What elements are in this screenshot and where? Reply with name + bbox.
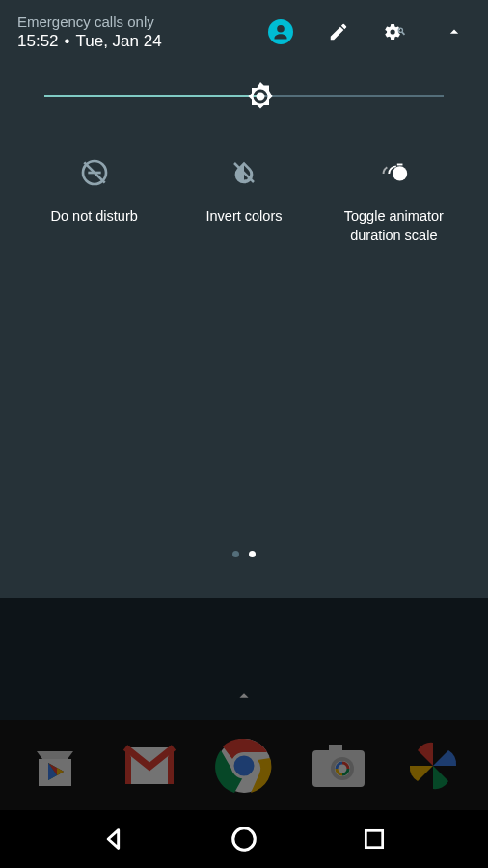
tile-label: Do not disturb (51, 207, 138, 227)
svg-rect-9 (397, 164, 403, 166)
tile-toggle-animator[interactable]: 1 Toggle animator duration scale (321, 155, 466, 245)
svg-text:1: 1 (397, 169, 402, 179)
dock (0, 720, 488, 810)
home-button[interactable] (228, 823, 260, 855)
user-icon[interactable] (268, 19, 293, 44)
page-indicator (232, 551, 256, 557)
photos-icon[interactable] (403, 736, 463, 796)
navigation-bar (0, 810, 488, 868)
tile-label: Invert colors (205, 207, 282, 227)
svg-point-19 (233, 828, 256, 851)
chrome-icon[interactable] (214, 736, 274, 796)
svg-line-5 (84, 162, 104, 182)
page-dot[interactable] (249, 551, 256, 557)
clock-date-row[interactable]: 15:52 • Tue, Jan 24 (17, 32, 162, 51)
status-right (268, 19, 471, 44)
app-drawer-handle-icon[interactable] (233, 686, 255, 711)
play-store-icon[interactable] (25, 736, 85, 796)
svg-rect-16 (329, 745, 342, 752)
tile-do-not-disturb[interactable]: Do not disturb (22, 155, 167, 245)
status-left: Emergency calls only 15:52 • Tue, Jan 24 (17, 14, 162, 51)
back-button[interactable] (97, 823, 130, 855)
wallpaper-area (0, 598, 488, 720)
gmail-icon[interactable] (120, 736, 179, 796)
settings-icon[interactable] (384, 19, 409, 44)
page-dot[interactable] (232, 551, 239, 557)
svg-rect-20 (366, 830, 383, 847)
animator-duration-icon: 1 (376, 155, 411, 190)
collapse-icon[interactable] (442, 19, 467, 44)
camera-icon[interactable] (309, 736, 368, 796)
edit-icon[interactable] (326, 19, 351, 44)
tile-invert-colors[interactable]: Invert colors (172, 155, 316, 245)
brightness-thumb-icon[interactable] (243, 79, 278, 118)
clock-date: Tue, Jan 24 (76, 32, 162, 51)
quick-settings-panel: Emergency calls only 15:52 • Tue, Jan 24 (0, 0, 488, 598)
invert-colors-icon (227, 155, 261, 190)
status-bar: Emergency calls only 15:52 • Tue, Jan 24 (0, 0, 488, 61)
do-not-disturb-icon (77, 155, 112, 190)
recents-button[interactable] (358, 823, 391, 855)
separator-dot: • (65, 32, 70, 51)
qs-tiles: Do not disturb Invert colors 1 Toggle an… (0, 97, 488, 245)
tile-label: Toggle animator duration scale (321, 207, 466, 245)
brightness-slider[interactable] (0, 61, 488, 97)
clock-time: 15:52 (17, 32, 59, 51)
network-status: Emergency calls only (17, 14, 162, 30)
svg-point-1 (277, 25, 285, 33)
